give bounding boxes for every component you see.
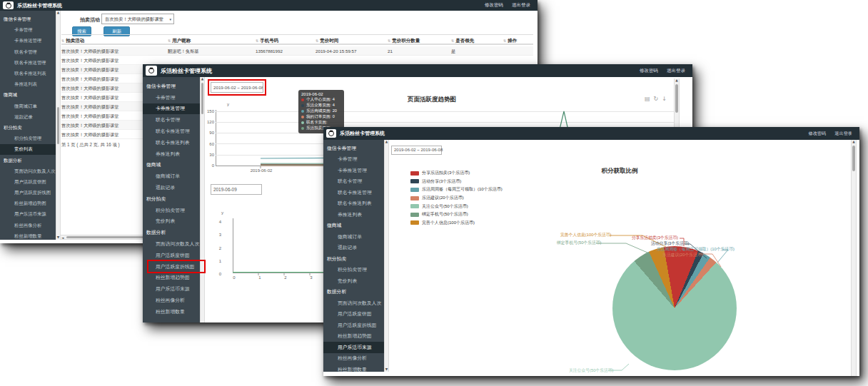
sidebar-item[interactable]: 粉丝新增数量	[143, 306, 200, 318]
date-input-second[interactable]: 2019-06-09	[211, 184, 262, 195]
sidebar-item[interactable]: 粉丝新增数量	[0, 231, 56, 240]
sidebar-item[interactable]: 粉丝新增趋势图	[323, 331, 384, 342]
scroll-left-arrow-icon[interactable]: ◄	[61, 235, 64, 240]
sidebar-item[interactable]: 微商城订单	[143, 171, 200, 182]
sort-icon[interactable]: ⇅	[256, 39, 258, 43]
sidebar-item[interactable]: 积分拍卖	[323, 253, 384, 265]
sidebar-item[interactable]: 联名卡管理	[143, 114, 200, 126]
sidebar-item[interactable]: 微信卡券管理	[143, 81, 200, 92]
sidebar-item[interactable]: 用户活跃度折线图	[0, 188, 56, 198]
sidebar-item[interactable]: 微商城	[323, 220, 384, 232]
sidebar-item[interactable]: 联名卡推送列表	[323, 198, 384, 210]
sort-icon[interactable]: ⇅	[451, 39, 454, 43]
sidebar-item[interactable]: 页面访问次数及人次	[0, 166, 56, 177]
change-password-link[interactable]: 修改密码	[809, 131, 827, 137]
sidebar-item[interactable]: 微商城	[0, 90, 56, 101]
sidebar-item[interactable]: 竞价列表	[323, 275, 384, 287]
column-header[interactable]: ⇅用户昵称	[168, 35, 191, 46]
logout-link[interactable]: 退出登录	[667, 68, 685, 74]
scroll-up-arrow-icon[interactable]: ▲	[56, 11, 60, 15]
sidebar-item[interactable]: 用户活跃度饼图	[0, 177, 56, 188]
sidebar-item[interactable]: 页面访问次数及人次	[143, 238, 200, 250]
sidebar-item[interactable]: 用户活跃度折线图	[323, 320, 384, 331]
scroll-thumb[interactable]	[852, 146, 855, 171]
sidebar-item[interactable]: 退款记录	[323, 243, 384, 254]
content-vertical-scrollbar[interactable]: ▲ ▼	[56, 11, 61, 240]
legend-item[interactable]: 乐活周周签（每周三可领取）(10个乐活币)	[410, 186, 503, 194]
sidebar-item[interactable]: 联名卡推送管理	[143, 126, 200, 137]
sidebar-item[interactable]: 联名卡管理	[0, 47, 56, 58]
sidebar-item[interactable]: 微商城	[143, 160, 200, 171]
legend-item[interactable]: 分享乐活拍卖(3个乐活币)	[410, 169, 503, 178]
sort-icon[interactable]: ⇅	[316, 39, 318, 43]
column-header[interactable]: ⇅拍卖活动	[61, 35, 84, 46]
sidebar-item[interactable]: 积分拍卖管理	[0, 133, 56, 144]
sidebar-item[interactable]: 券推送列表	[0, 79, 56, 90]
sidebar-item[interactable]: 竞价列表	[143, 216, 200, 228]
sidebar-item[interactable]: 联名卡推送列表	[143, 137, 200, 148]
sidebar-item[interactable]: 卡券推送管理	[143, 103, 200, 115]
sidebar-item[interactable]: 数据分析	[0, 155, 56, 166]
scroll-down-arrow-icon[interactable]: ▼	[56, 235, 60, 240]
sidebar-item[interactable]: 数据分析	[323, 287, 384, 298]
sidebar-item[interactable]: 粉丝画像分析	[0, 220, 56, 231]
change-password-link[interactable]: 修改密码	[640, 68, 658, 74]
sidebar-item[interactable]: 联名卡管理	[323, 176, 384, 188]
sidebar-item[interactable]: 微信卡券管理	[0, 14, 56, 25]
sidebar-item[interactable]: 用户乐活币来源	[323, 342, 384, 353]
legend-item[interactable]: 乐活建议(20个乐活币)	[410, 194, 503, 203]
column-header[interactable]: ⇅操作	[503, 35, 517, 46]
date-range-input[interactable]: 2019-06-02 ~ 2019-06-08	[391, 146, 442, 155]
legend-item[interactable]: 关注公众号(50个乐活币)	[410, 202, 503, 210]
scroll-up-arrow-icon[interactable]: ▲	[852, 140, 856, 144]
column-header[interactable]: ⇅手机号码	[256, 35, 278, 46]
sidebar-item[interactable]: 联名卡推送管理	[0, 58, 56, 68]
data-view-icon[interactable]: ▤	[645, 96, 650, 102]
sidebar-item[interactable]: 卡券管理	[323, 154, 384, 166]
content-right-scrollbar[interactable]: ▲	[851, 140, 857, 376]
sidebar-scrollbar[interactable]: ▲ ▼	[384, 140, 389, 372]
sidebar-item[interactable]: 微信卡券管理	[323, 143, 384, 154]
sidebar-item[interactable]: 卡券推送管理	[323, 165, 384, 176]
scroll-thumb[interactable]	[675, 84, 678, 113]
sort-icon[interactable]: ⇅	[61, 39, 64, 43]
scroll-up-arrow-icon[interactable]: ▲	[201, 77, 204, 81]
sidebar-item[interactable]: 券推送列表	[323, 209, 384, 220]
scroll-down-arrow-icon[interactable]: ▼	[385, 367, 388, 372]
sidebar-item[interactable]: 粉丝画像分析	[323, 353, 384, 365]
sidebar-item[interactable]: 积分拍卖管理	[323, 265, 384, 276]
sidebar-item[interactable]: 卡券管理	[143, 92, 200, 103]
sidebar-item[interactable]: 页面访问次数及人次	[323, 298, 384, 309]
sidebar-item[interactable]: 卡券推送管理	[0, 36, 56, 46]
logout-link[interactable]: 退出登录	[512, 2, 530, 9]
sort-icon[interactable]: ⇅	[168, 39, 171, 43]
sidebar-item[interactable]: 粉丝新增数量	[323, 364, 384, 372]
sidebar-item[interactable]: 微商城订单	[323, 231, 384, 243]
sidebar-item[interactable]: 券推送列表	[143, 148, 200, 160]
auction-select[interactable]: 首次拍卖！大师级的摄影课堂 ▾	[101, 14, 174, 24]
column-header[interactable]: ⇅是否领先	[451, 35, 474, 46]
sidebar-item[interactable]: 退款记录	[143, 182, 200, 193]
sidebar-item[interactable]: 数据分析	[143, 227, 200, 238]
sidebar-item[interactable]: 粉丝新增趋势图	[143, 273, 200, 284]
sidebar-item[interactable]: 微商城订单	[0, 101, 56, 112]
sort-icon[interactable]: ⇅	[388, 39, 390, 43]
logout-link[interactable]: 退出登录	[834, 131, 852, 137]
legend-item[interactable]: 绑定手机号(50个乐活币)	[410, 210, 503, 219]
sidebar-item[interactable]: 联名卡推送列表	[0, 68, 56, 79]
table-row[interactable]: 首次拍卖！大师级的摄影课堂 翻滚吧！兔斯基 13567881992 2019-0…	[61, 46, 533, 56]
sidebar-item[interactable]: 竞价列表	[0, 144, 56, 155]
sidebar-item[interactable]: 退款记录	[0, 112, 56, 123]
sidebar-item[interactable]: 用户乐活币来源	[0, 209, 56, 220]
change-password-link[interactable]: 修改密码	[485, 2, 503, 9]
sidebar-item[interactable]: 积分拍卖	[143, 193, 200, 205]
sidebar-item[interactable]: 积分拍卖	[0, 123, 56, 133]
scroll-up-arrow-icon[interactable]: ▲	[675, 78, 679, 83]
scroll-thumb[interactable]	[57, 107, 59, 144]
refresh-icon[interactable]: ↻	[654, 96, 659, 102]
scroll-up-arrow-icon[interactable]: ▲	[385, 140, 388, 144]
sidebar-item[interactable]: 卡券管理	[0, 25, 56, 36]
legend-item[interactable]: 完善个人信息(100个乐活币)	[410, 219, 503, 228]
sidebar-item[interactable]: 粉丝画像分析	[143, 295, 200, 306]
column-header[interactable]: ⇅竞价积分数量	[388, 35, 420, 46]
